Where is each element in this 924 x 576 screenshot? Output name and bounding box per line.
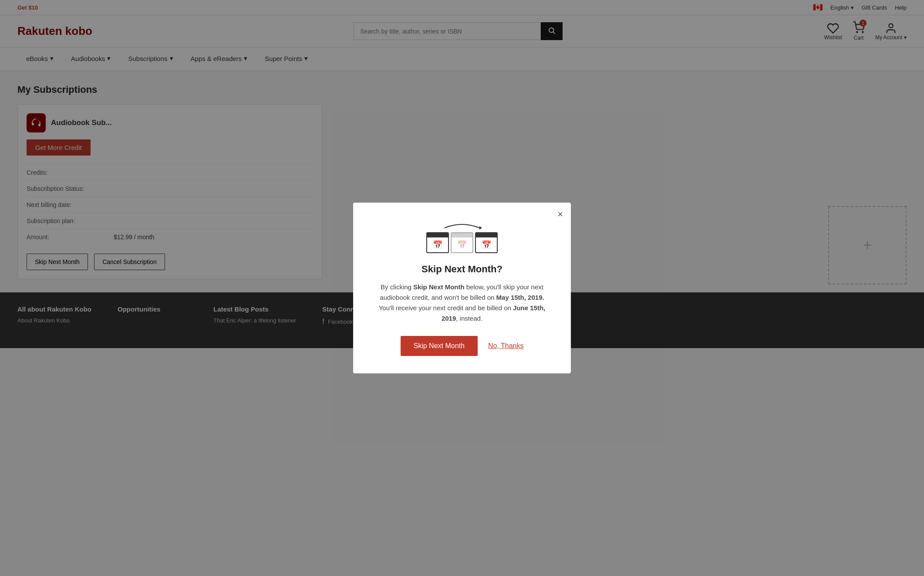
svg-marker-0: [479, 226, 482, 230]
calendar-icon-1: 📅: [426, 232, 449, 253]
calendar-icon-3: 📅: [475, 232, 498, 253]
modal-skip-button[interactable]: Skip Next Month: [401, 336, 478, 348]
modal-body: By clicking Skip Next Month below, you'l…: [375, 282, 549, 324]
modal-close-button[interactable]: ×: [557, 209, 563, 220]
skip-modal: × 📅 📅: [353, 203, 571, 348]
modal-end: , instead.: [456, 315, 482, 322]
modal-overlay[interactable]: × 📅 📅: [0, 0, 924, 348]
modal-actions: Skip Next Month No, Thanks: [375, 336, 549, 348]
modal-skip-bold: Skip Next Month: [413, 283, 465, 291]
calendar-icon-2: 📅: [451, 232, 473, 253]
modal-no-thanks-button[interactable]: No, Thanks: [488, 342, 524, 348]
modal-title: Skip Next Month?: [375, 264, 549, 275]
skip-illustration: 📅 📅 📅: [375, 220, 549, 256]
modal-date1-bold: May 15th, 2019.: [496, 294, 544, 301]
skip-arrow-icon: [436, 220, 488, 230]
